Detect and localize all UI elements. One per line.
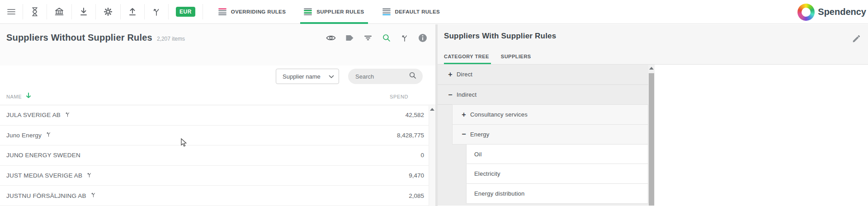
top-toolbar: EUR OVERRIDING RULES SUPPLIER RULES DEFA…	[0, 0, 868, 24]
tab-default-rules[interactable]: DEFAULT RULES	[373, 0, 449, 24]
category-tree-icon[interactable]	[65, 111, 71, 119]
upload-icon	[128, 7, 137, 17]
right-panel-title: Suppliers With Supplier Rules	[444, 32, 868, 41]
suppliers-with-rules-panel: Suppliers With Supplier Rules CATEGORY T…	[438, 24, 868, 206]
left-panel-toolbar	[326, 33, 427, 42]
download-button[interactable]	[72, 4, 96, 19]
category-tree: + Direct − Indirect + Consultancy servic…	[438, 65, 655, 206]
upload-button[interactable]	[121, 4, 145, 19]
chevron-down-icon	[329, 72, 334, 80]
hourglass-icon	[30, 7, 39, 17]
tag-icon[interactable]	[345, 34, 354, 42]
scroll-up-arrow[interactable]	[430, 108, 434, 111]
currency-selector[interactable]: EUR	[169, 4, 203, 19]
expand-icon[interactable]: +	[460, 111, 467, 118]
tree-node-energy[interactable]: − Energy	[452, 124, 648, 145]
tree-node-energy-distribution[interactable]: Energy distribution	[466, 183, 648, 204]
brand-name: Spendency	[818, 7, 866, 17]
sort-descending-icon	[25, 92, 32, 101]
default-rules-icon	[382, 8, 391, 16]
category-tree-icon	[152, 7, 161, 17]
settings-button[interactable]	[96, 4, 121, 19]
tab-category-tree[interactable]: CATEGORY TREE	[444, 52, 489, 64]
tab-overriding-rules[interactable]: OVERRIDING RULES	[209, 0, 295, 24]
info-icon[interactable]	[418, 33, 427, 42]
suppliers-without-rules-panel: Suppliers Without Supplier Rules 2,207 i…	[0, 24, 435, 206]
currency-badge: EUR	[176, 7, 195, 17]
tree-node-indirect[interactable]: − Indirect	[438, 85, 648, 105]
menu-button[interactable]	[0, 4, 23, 19]
right-panel-empty-area	[655, 65, 868, 206]
categorize-button[interactable]	[145, 4, 169, 19]
search-icon[interactable]	[382, 33, 391, 42]
expand-icon[interactable]: +	[447, 71, 454, 78]
category-tree-icon[interactable]	[86, 172, 92, 180]
tree-node-oil[interactable]: Oil	[466, 144, 648, 164]
filter-icon[interactable]	[363, 34, 373, 42]
search-box	[348, 69, 423, 84]
supplier-spend: 42,582	[406, 112, 424, 118]
supplier-name: JUNO ENERGY SWEDEN	[6, 152, 80, 159]
app-window: EUR OVERRIDING RULES SUPPLIER RULES DEFA…	[0, 0, 868, 206]
supplier-name: Juno Energy	[6, 132, 42, 139]
supplier-rules-icon	[304, 8, 312, 16]
tree-node-consultancy-services[interactable]: + Consultancy services	[452, 104, 648, 125]
supplier-spend: 8,428,775	[397, 132, 424, 139]
supplier-table-body: JULA SVERIGE AB 42,582 Juno Energy 8,428…	[0, 105, 435, 206]
spendency-logo-icon	[797, 4, 815, 21]
scroll-up-arrow[interactable]	[649, 67, 654, 70]
category-tree-icon[interactable]	[46, 131, 52, 139]
table-row[interactable]: Juno Energy 8,428,775	[0, 126, 435, 146]
supplier-spend: 0	[420, 152, 424, 159]
tab-label: SUPPLIER RULES	[316, 9, 364, 14]
search-input[interactable]	[355, 73, 405, 80]
supplier-spend: 9,470	[409, 172, 424, 179]
table-row[interactable]: JUST MEDIA SVERIGE AB 9,470	[0, 166, 435, 186]
dropdown-selected-value: Supplier name	[283, 73, 321, 80]
rules-tab-bar: OVERRIDING RULES SUPPLIER RULES DEFAULT …	[209, 0, 449, 24]
category-tree-icon[interactable]	[401, 33, 409, 42]
right-panel-body: + Direct − Indirect + Consultancy servic…	[438, 65, 868, 206]
items-count: 2,207 items	[157, 36, 185, 42]
right-panel-tab-bar: CATEGORY TREE SUPPLIERS	[444, 52, 531, 64]
scrollbar-thumb[interactable]	[649, 73, 654, 206]
collapse-icon[interactable]: −	[447, 91, 454, 98]
supplier-spend: 2,085	[409, 192, 424, 199]
collapse-icon[interactable]: −	[460, 131, 467, 138]
supplier-name: JUSTNU FÖRSÄLJNING AB	[6, 192, 86, 199]
tab-supplier-rules[interactable]: SUPPLIER RULES	[295, 0, 373, 24]
table-header: NAME SPEND	[0, 88, 435, 105]
table-row[interactable]: JUNO ENERGY SWEDEN 0	[0, 145, 435, 166]
tree-node-electricity[interactable]: Electricity	[466, 164, 648, 184]
accounts-button[interactable]	[47, 4, 72, 19]
table-filter-row: Supplier name	[0, 69, 435, 84]
eye-icon[interactable]	[326, 34, 336, 42]
bank-icon	[54, 7, 64, 17]
download-icon	[79, 7, 88, 17]
table-row[interactable]: JULA SVERIGE AB 42,582	[0, 105, 435, 126]
tree-node-direct[interactable]: + Direct	[438, 65, 648, 85]
hourglass-button[interactable]	[23, 4, 47, 19]
left-panel-header: Suppliers Without Supplier Rules 2,207 i…	[0, 24, 435, 66]
category-tree-icon[interactable]	[90, 192, 96, 200]
tab-label: DEFAULT RULES	[395, 9, 440, 14]
hamburger-icon	[6, 7, 16, 16]
supplier-name: JULA SVERIGE AB	[6, 112, 61, 118]
tab-label: OVERRIDING RULES	[231, 9, 286, 14]
brand-logo: Spendency	[797, 0, 867, 24]
table-scrollbar[interactable]	[429, 106, 435, 206]
overriding-rules-icon	[218, 8, 226, 16]
gear-icon	[103, 7, 113, 17]
supplier-name: JUST MEDIA SVERIGE AB	[6, 172, 82, 179]
magnifier-icon[interactable]	[409, 71, 417, 81]
left-panel-title: Suppliers Without Supplier Rules	[6, 33, 152, 43]
edit-pencil-icon[interactable]	[852, 34, 861, 45]
tree-scrollbar[interactable]	[648, 65, 655, 206]
right-panel-header: Suppliers With Supplier Rules CATEGORY T…	[438, 24, 868, 65]
column-header-spend[interactable]: SPEND	[390, 94, 408, 99]
search-field-dropdown[interactable]: Supplier name	[276, 69, 339, 84]
table-row[interactable]: JUSTNU FÖRSÄLJNING AB 2,085	[0, 186, 435, 206]
column-header-name[interactable]: NAME	[6, 92, 32, 101]
tab-suppliers[interactable]: SUPPLIERS	[501, 52, 531, 64]
